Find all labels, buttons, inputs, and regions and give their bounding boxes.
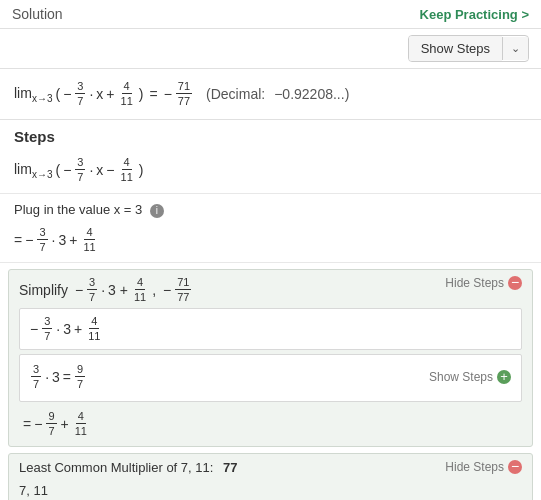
frac-3-7: 37 (75, 80, 85, 107)
eq-k: = (23, 410, 31, 438)
inner-sub-header: 37 · 3 = 97 Show Steps + (30, 361, 511, 395)
frac-9-7-k: 97 (46, 410, 56, 437)
frac-3-7-j: 37 (31, 363, 41, 390)
decimal-label: (Decimal: (206, 80, 265, 108)
main-result: limx→3 ( − 37 · x + 411 ) = − 7177 (Deci… (0, 69, 541, 120)
hide-steps-button-simplify[interactable]: Hide Steps − (445, 276, 522, 290)
solution-label: Solution (12, 6, 63, 22)
open-paren-2: ( (55, 156, 60, 184)
close-paren-2: ) (139, 156, 144, 184)
lim-step: limx→3 (14, 155, 52, 185)
close-paren: ) (139, 80, 144, 108)
three-j: 3 (52, 363, 60, 391)
open-paren: ( (55, 80, 60, 108)
lcm-text: Least Common Multiplier of 7, 11: 77 (19, 460, 237, 475)
frac-9-7: 97 (75, 363, 85, 390)
frac-3-7-c: 37 (37, 226, 47, 253)
simplify-label: Simplify (19, 276, 72, 304)
hide-steps-button-lcm[interactable]: Hide Steps − (445, 460, 522, 474)
neg-sign: − (63, 80, 71, 108)
show-steps-sub-button[interactable]: Show Steps + (429, 370, 511, 384)
eq-j: = (63, 363, 71, 391)
neg-i: − (30, 315, 38, 343)
neg-k: − (34, 410, 42, 438)
frac-4-11-c: 411 (81, 226, 97, 253)
frac-3-7-s: 37 (87, 276, 97, 303)
below-expr: = − 97 + 411 (19, 406, 522, 440)
show-steps-arrow-icon: ⌄ (502, 37, 528, 60)
lcm-header: Least Common Multiplier of 7, 11: 77 Hid… (19, 460, 522, 475)
plug-in-text: Plug in the value x = 3 (14, 202, 142, 217)
dot-operator: · (89, 80, 93, 108)
show-steps-button[interactable]: Show Steps ⌄ (408, 35, 529, 62)
neg-sign-2: − (164, 80, 172, 108)
neg-sign-3: − (63, 156, 71, 184)
simplify-header: Simplify − 37 · 3 + 411 , − 7177 Hide St… (19, 276, 522, 304)
minus-icon: − (508, 276, 522, 290)
neg-s: − (75, 276, 83, 304)
info-icon[interactable]: i (150, 204, 164, 218)
steps-heading: Steps (0, 120, 541, 149)
lcm-result: 7, 11 (19, 479, 522, 500)
simplify-text: Simplify − 37 · 3 + 411 , − 7177 (19, 276, 192, 304)
lcm-label: Least Common Multiplier of 7, 11: (19, 460, 213, 475)
three-i: 3 (63, 315, 71, 343)
three-c: 3 (58, 226, 66, 254)
equals-sign: = (149, 80, 157, 108)
plug-expr: = − 37 · 3 + 411 (14, 224, 527, 254)
plus-sign: + (106, 80, 114, 108)
plus-c: + (69, 226, 77, 254)
frac-71-77: 7177 (176, 80, 192, 107)
frac-4-11-i: 411 (86, 315, 102, 342)
show-steps-sub-label: Show Steps (429, 370, 493, 384)
neg-plug: − (25, 226, 33, 254)
frac-4-11-s: 411 (132, 276, 148, 303)
minus-icon-lcm: − (508, 460, 522, 474)
dot-j: · (45, 363, 49, 391)
show-steps-label: Show Steps (409, 36, 502, 61)
sub-expr: 37 · 3 = 97 (30, 363, 86, 391)
hide-steps-lcm-label: Hide Steps (445, 460, 504, 474)
x-b: x (96, 156, 103, 184)
simplify-section: Simplify − 37 · 3 + 411 , − 7177 Hide St… (8, 269, 533, 447)
dot-b: · (89, 156, 93, 184)
dot-s: · (101, 276, 105, 304)
x-var: x (96, 80, 103, 108)
lim-operator: limx→3 (14, 79, 52, 109)
plus-i: + (74, 315, 82, 343)
keep-practicing-link[interactable]: Keep Practicing > (420, 7, 529, 22)
plug-in-section: Plug in the value x = 3 i = − 37 · 3 + 4… (0, 194, 541, 263)
frac-4-11-k: 411 (73, 410, 89, 437)
lcm-value: 77 (223, 460, 237, 475)
inner-expr: − 37 · 3 + 411 (30, 315, 511, 343)
top-bar: Solution Keep Practicing > (0, 0, 541, 29)
step-main-expr: limx→3 ( − 37 · x − 411 ) (0, 149, 541, 194)
lim-subscript: x→3 (32, 93, 53, 104)
frac-3-7-i: 37 (42, 315, 52, 342)
lcm-section: Least Common Multiplier of 7, 11: 77 Hid… (8, 453, 533, 500)
comma-s: , (152, 276, 156, 304)
minus-b: − (106, 156, 114, 184)
plus-icon: + (497, 370, 511, 384)
plus-k: + (61, 410, 69, 438)
inner-step-box: − 37 · 3 + 411 (19, 308, 522, 350)
decimal-value: −0.92208...) (274, 80, 349, 108)
neg-s2: − (159, 276, 171, 304)
inner-sub-box: 37 · 3 = 97 Show Steps + (19, 354, 522, 402)
show-steps-bar: Show Steps ⌄ (0, 29, 541, 69)
three-s: 3 + (108, 276, 128, 304)
frac-4-11-b: 411 (119, 156, 135, 183)
frac-3-7-b: 37 (75, 156, 85, 183)
dot-c: · (52, 226, 56, 254)
frac-4-11: 411 (119, 80, 135, 107)
eq-plug: = (14, 226, 22, 254)
dot-i: · (56, 315, 60, 343)
hide-steps-label: Hide Steps (445, 276, 504, 290)
frac-71-77-s: 7177 (175, 276, 191, 303)
